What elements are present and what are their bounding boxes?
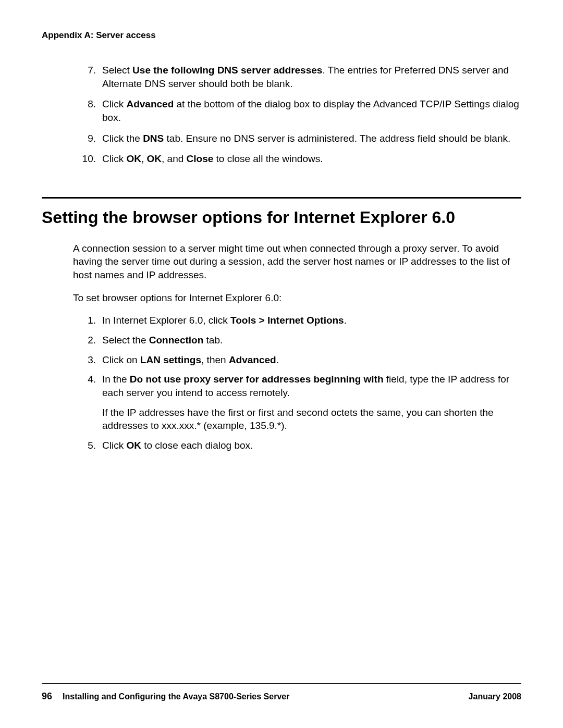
document-date: January 2008	[469, 692, 521, 701]
list-number: 1.	[76, 314, 96, 327]
list-item: 8. Click Advanced at the bottom of the d…	[76, 97, 521, 124]
list-text: Click Advanced at the bottom of the dial…	[102, 98, 519, 123]
page: Appendix A: Server access 7. Select Use …	[0, 0, 563, 728]
lead-in-paragraph: To set browser options for Internet Expl…	[73, 291, 521, 305]
list-item: 9. Click the DNS tab. Ensure no DNS serv…	[76, 132, 521, 145]
list-text: Select the Connection tab.	[102, 335, 223, 346]
continued-ordered-list: 7. Select Use the following DNS server a…	[76, 64, 521, 166]
list-item: 7. Select Use the following DNS server a…	[76, 64, 521, 90]
steps-list: 1. In Internet Explorer 6.0, click Tools…	[76, 314, 521, 452]
section-rule	[42, 197, 521, 199]
section-heading: Setting the browser options for Internet…	[42, 208, 521, 227]
list-number: 7.	[76, 64, 96, 77]
list-item: 1. In Internet Explorer 6.0, click Tools…	[76, 314, 521, 327]
list-text: Click on LAN settings, then Advanced.	[102, 354, 279, 365]
list-number: 4.	[76, 373, 96, 386]
list-item: 2. Select the Connection tab.	[76, 334, 521, 347]
list-number: 9.	[76, 132, 96, 145]
list-text: Click OK to close each dialog box.	[102, 440, 253, 451]
list-number: 8.	[76, 97, 96, 111]
running-header: Appendix A: Server access	[42, 30, 521, 41]
list-number: 2.	[76, 334, 96, 347]
document-title: Installing and Configuring the Avaya S87…	[63, 692, 469, 701]
page-number: 96	[42, 691, 52, 702]
intro-paragraph: A connection session to a server might t…	[73, 242, 521, 282]
list-item: 3. Click on LAN settings, then Advanced.	[76, 353, 521, 367]
list-text: In the Do not use proxy server for addre…	[102, 374, 509, 398]
list-number: 3.	[76, 353, 96, 367]
list-item: 4. In the Do not use proxy server for ad…	[76, 373, 521, 433]
list-number: 5.	[76, 439, 96, 452]
list-text: In Internet Explorer 6.0, click Tools > …	[102, 315, 347, 326]
list-item: 5. Click OK to close each dialog box.	[76, 439, 521, 452]
list-text: Click the DNS tab. Ensure no DNS server …	[102, 133, 510, 144]
list-text: Click OK, OK, and Close to close all the…	[102, 153, 323, 164]
list-item: 10. Click OK, OK, and Close to close all…	[76, 152, 521, 166]
list-number: 10.	[76, 152, 96, 166]
list-subparagraph: If the IP addresses have the first or fi…	[102, 406, 521, 433]
list-text: Select Use the following DNS server addr…	[102, 65, 509, 89]
page-footer: 96 Installing and Configuring the Avaya …	[42, 683, 521, 702]
